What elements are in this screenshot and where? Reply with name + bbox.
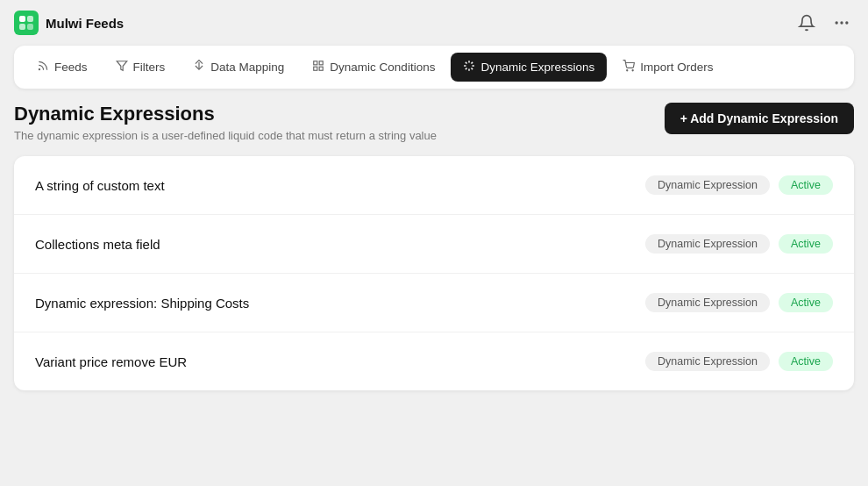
svg-line-20 bbox=[466, 68, 467, 69]
svg-point-6 bbox=[845, 21, 848, 24]
expression-name: Dynamic expression: Shipping Costs bbox=[35, 296, 249, 311]
expression-badges: Dynamic Expression Active bbox=[645, 175, 833, 195]
nav-import-orders-label: Import Orders bbox=[640, 61, 713, 74]
nav-dynamic-expressions-label: Dynamic Expressions bbox=[480, 61, 594, 74]
svg-rect-12 bbox=[320, 67, 324, 70]
page-header: Dynamic Expressions The dynamic expressi… bbox=[14, 103, 854, 142]
page-subtitle: The dynamic expression is a user-defined… bbox=[14, 129, 437, 142]
type-badge: Dynamic Expression bbox=[645, 175, 770, 195]
page-title-area: Dynamic Expressions The dynamic expressi… bbox=[14, 103, 437, 142]
dynamic-expressions-icon bbox=[463, 60, 475, 75]
svg-point-7 bbox=[39, 69, 39, 70]
svg-rect-1 bbox=[27, 16, 33, 22]
type-badge: Dynamic Expression bbox=[645, 293, 770, 312]
nav-dynamic-conditions-label: Dynamic Conditions bbox=[330, 61, 435, 74]
svg-point-23 bbox=[632, 70, 633, 71]
status-badge: Active bbox=[779, 175, 833, 195]
nav-dynamic-expressions[interactable]: Dynamic Expressions bbox=[451, 53, 607, 82]
list-item[interactable]: Collections meta field Dynamic Expressio… bbox=[14, 215, 854, 274]
dynamic-conditions-icon bbox=[312, 60, 324, 75]
page-title: Dynamic Expressions bbox=[14, 103, 437, 125]
svg-point-5 bbox=[840, 21, 843, 24]
svg-rect-10 bbox=[314, 61, 317, 65]
filters-icon bbox=[116, 60, 128, 75]
list-item[interactable]: Dynamic expression: Shipping Costs Dynam… bbox=[14, 274, 854, 332]
more-menu-button[interactable] bbox=[829, 11, 854, 35]
svg-rect-3 bbox=[27, 24, 33, 30]
nav-feeds-label: Feeds bbox=[54, 61, 88, 74]
nav-import-orders[interactable]: Import Orders bbox=[610, 53, 725, 82]
svg-rect-2 bbox=[19, 24, 25, 30]
nav-feeds[interactable]: Feeds bbox=[25, 53, 100, 82]
svg-rect-13 bbox=[314, 67, 317, 70]
type-badge: Dynamic Expression bbox=[645, 234, 770, 254]
status-badge: Active bbox=[779, 293, 833, 312]
svg-rect-11 bbox=[320, 61, 324, 65]
app-title: Mulwi Feeds bbox=[46, 16, 124, 31]
app-logo bbox=[14, 11, 39, 35]
add-expression-button[interactable]: + Add Dynamic Expression bbox=[665, 103, 854, 134]
expression-name: A string of custom text bbox=[35, 178, 165, 193]
header-right bbox=[794, 11, 854, 35]
header: Mulwi Feeds bbox=[0, 0, 868, 46]
data-mapping-icon bbox=[193, 60, 205, 75]
nav-filters-label: Filters bbox=[133, 61, 166, 74]
svg-line-17 bbox=[472, 68, 473, 69]
svg-point-22 bbox=[627, 70, 628, 71]
nav-card: Feeds Filters Data Mapping bbox=[14, 46, 854, 89]
expression-badges: Dynamic Expression Active bbox=[645, 352, 833, 371]
app-container: Mulwi Feeds bbox=[0, 0, 868, 486]
expression-name: Collections meta field bbox=[35, 237, 160, 252]
svg-marker-8 bbox=[117, 61, 127, 71]
header-left: Mulwi Feeds bbox=[14, 11, 124, 35]
nav-dynamic-conditions[interactable]: Dynamic Conditions bbox=[300, 53, 447, 82]
list-item[interactable]: Variant price remove EUR Dynamic Express… bbox=[14, 332, 854, 390]
notifications-button[interactable] bbox=[794, 11, 819, 35]
main-content: Feeds Filters Data Mapping bbox=[0, 46, 868, 486]
expression-name: Variant price remove EUR bbox=[35, 354, 187, 369]
nav-data-mapping-label: Data Mapping bbox=[210, 61, 284, 74]
expressions-list: A string of custom text Dynamic Expressi… bbox=[14, 156, 854, 390]
list-item[interactable]: A string of custom text Dynamic Expressi… bbox=[14, 156, 854, 215]
expression-badges: Dynamic Expression Active bbox=[645, 234, 833, 254]
nav-data-mapping[interactable]: Data Mapping bbox=[181, 53, 296, 82]
expression-badges: Dynamic Expression Active bbox=[645, 293, 833, 312]
svg-line-16 bbox=[466, 62, 467, 64]
feeds-icon bbox=[37, 60, 49, 75]
nav-filters[interactable]: Filters bbox=[103, 53, 178, 82]
status-badge: Active bbox=[779, 234, 833, 254]
import-orders-icon bbox=[623, 60, 635, 75]
svg-line-21 bbox=[472, 62, 473, 64]
svg-rect-0 bbox=[19, 16, 25, 22]
svg-point-4 bbox=[836, 21, 838, 24]
status-badge: Active bbox=[779, 352, 833, 371]
type-badge: Dynamic Expression bbox=[645, 352, 770, 371]
